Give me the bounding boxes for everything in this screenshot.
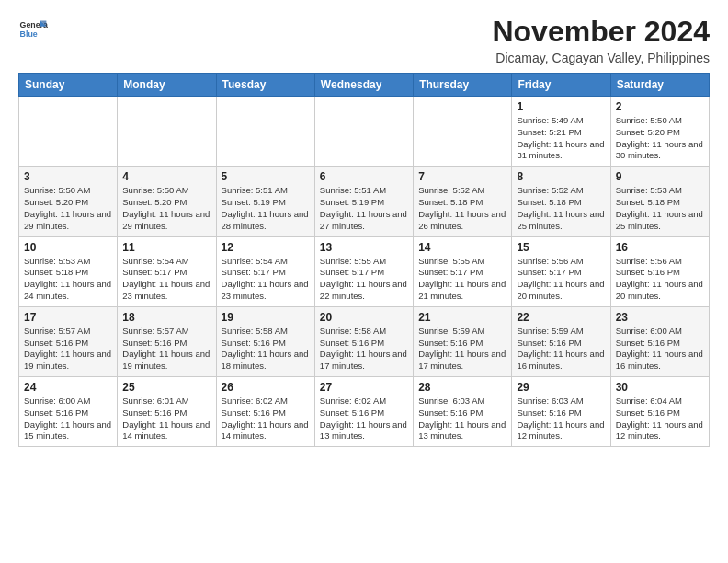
calendar-cell xyxy=(414,97,512,167)
col-header-sunday: Sunday xyxy=(19,74,118,97)
calendar-cell: 19Sunrise: 5:58 AM Sunset: 5:16 PM Dayli… xyxy=(216,306,314,376)
calendar-table: SundayMondayTuesdayWednesdayThursdayFrid… xyxy=(18,73,710,447)
calendar-cell: 22Sunrise: 5:59 AM Sunset: 5:16 PM Dayli… xyxy=(512,306,610,376)
day-number: 8 xyxy=(517,170,605,183)
calendar-cell xyxy=(118,97,216,167)
day-number: 9 xyxy=(616,170,704,183)
day-number: 19 xyxy=(222,311,310,324)
day-number: 25 xyxy=(122,381,210,394)
day-info: Sunrise: 5:57 AM Sunset: 5:16 PM Dayligh… xyxy=(122,326,210,373)
day-info: Sunrise: 5:51 AM Sunset: 5:19 PM Dayligh… xyxy=(222,185,310,232)
day-number: 24 xyxy=(24,381,112,394)
day-info: Sunrise: 5:55 AM Sunset: 5:17 PM Dayligh… xyxy=(418,256,506,303)
day-info: Sunrise: 5:59 AM Sunset: 5:16 PM Dayligh… xyxy=(517,326,605,373)
day-number: 16 xyxy=(616,241,704,254)
day-info: Sunrise: 6:00 AM Sunset: 5:16 PM Dayligh… xyxy=(616,326,704,373)
col-header-thursday: Thursday xyxy=(414,74,512,97)
day-info: Sunrise: 5:59 AM Sunset: 5:16 PM Dayligh… xyxy=(418,326,506,373)
calendar-cell: 17Sunrise: 5:57 AM Sunset: 5:16 PM Dayli… xyxy=(19,306,118,376)
day-number: 7 xyxy=(418,170,506,183)
day-info: Sunrise: 5:49 AM Sunset: 5:21 PM Dayligh… xyxy=(517,115,605,162)
day-info: Sunrise: 5:54 AM Sunset: 5:17 PM Dayligh… xyxy=(122,256,210,303)
calendar-cell: 30Sunrise: 6:04 AM Sunset: 5:16 PM Dayli… xyxy=(610,377,709,447)
calendar-cell xyxy=(19,97,118,167)
col-header-saturday: Saturday xyxy=(610,74,709,97)
day-info: Sunrise: 5:52 AM Sunset: 5:18 PM Dayligh… xyxy=(418,185,506,232)
calendar-week-1: 1Sunrise: 5:49 AM Sunset: 5:21 PM Daylig… xyxy=(19,97,710,167)
day-info: Sunrise: 6:04 AM Sunset: 5:16 PM Dayligh… xyxy=(616,396,704,442)
col-header-friday: Friday xyxy=(512,74,610,97)
page-header: General Blue November 2024 Dicamay, Caga… xyxy=(18,15,710,65)
day-number: 27 xyxy=(320,381,408,394)
calendar-cell: 24Sunrise: 6:00 AM Sunset: 5:16 PM Dayli… xyxy=(19,377,118,447)
day-number: 29 xyxy=(517,381,605,394)
day-number: 13 xyxy=(320,241,408,254)
day-number: 4 xyxy=(122,170,210,183)
calendar-cell: 4Sunrise: 5:50 AM Sunset: 5:20 PM Daylig… xyxy=(118,167,216,236)
day-info: Sunrise: 5:58 AM Sunset: 5:16 PM Dayligh… xyxy=(222,326,310,373)
day-info: Sunrise: 5:50 AM Sunset: 5:20 PM Dayligh… xyxy=(122,185,210,232)
calendar-week-3: 10Sunrise: 5:53 AM Sunset: 5:18 PM Dayli… xyxy=(19,236,710,306)
day-info: Sunrise: 5:54 AM Sunset: 5:17 PM Dayligh… xyxy=(222,256,310,303)
calendar-cell: 12Sunrise: 5:54 AM Sunset: 5:17 PM Dayli… xyxy=(216,236,314,306)
calendar-cell: 3Sunrise: 5:50 AM Sunset: 5:20 PM Daylig… xyxy=(19,167,118,236)
day-number: 17 xyxy=(24,311,112,324)
calendar-cell: 9Sunrise: 5:53 AM Sunset: 5:18 PM Daylig… xyxy=(610,167,709,236)
day-info: Sunrise: 5:53 AM Sunset: 5:18 PM Dayligh… xyxy=(616,185,704,232)
calendar-week-2: 3Sunrise: 5:50 AM Sunset: 5:20 PM Daylig… xyxy=(19,167,710,236)
calendar-cell: 13Sunrise: 5:55 AM Sunset: 5:17 PM Dayli… xyxy=(314,236,413,306)
calendar-cell xyxy=(314,97,413,167)
day-number: 20 xyxy=(320,311,408,324)
day-info: Sunrise: 5:51 AM Sunset: 5:19 PM Dayligh… xyxy=(320,185,408,232)
day-info: Sunrise: 5:58 AM Sunset: 5:16 PM Dayligh… xyxy=(320,326,408,373)
calendar-cell: 6Sunrise: 5:51 AM Sunset: 5:19 PM Daylig… xyxy=(314,167,413,236)
day-info: Sunrise: 6:01 AM Sunset: 5:16 PM Dayligh… xyxy=(122,396,210,442)
calendar-cell xyxy=(216,97,314,167)
day-number: 12 xyxy=(222,241,310,254)
day-number: 21 xyxy=(418,311,506,324)
col-header-tuesday: Tuesday xyxy=(216,74,314,97)
calendar-cell: 29Sunrise: 6:03 AM Sunset: 5:16 PM Dayli… xyxy=(512,377,610,447)
day-number: 26 xyxy=(222,381,310,394)
day-number: 2 xyxy=(616,100,704,113)
calendar-cell: 28Sunrise: 6:03 AM Sunset: 5:16 PM Dayli… xyxy=(414,377,512,447)
calendar-cell: 10Sunrise: 5:53 AM Sunset: 5:18 PM Dayli… xyxy=(19,236,118,306)
calendar-cell: 21Sunrise: 5:59 AM Sunset: 5:16 PM Dayli… xyxy=(414,306,512,376)
day-number: 18 xyxy=(122,311,210,324)
calendar-cell: 25Sunrise: 6:01 AM Sunset: 5:16 PM Dayli… xyxy=(118,377,216,447)
day-info: Sunrise: 5:55 AM Sunset: 5:17 PM Dayligh… xyxy=(320,256,408,303)
calendar-header-row: SundayMondayTuesdayWednesdayThursdayFrid… xyxy=(19,74,710,97)
day-info: Sunrise: 6:03 AM Sunset: 5:16 PM Dayligh… xyxy=(418,396,506,442)
calendar-cell: 11Sunrise: 5:54 AM Sunset: 5:17 PM Dayli… xyxy=(118,236,216,306)
col-header-wednesday: Wednesday xyxy=(314,74,413,97)
month-title: November 2024 xyxy=(492,15,710,49)
day-info: Sunrise: 6:03 AM Sunset: 5:16 PM Dayligh… xyxy=(517,396,605,442)
logo: General Blue xyxy=(18,15,48,44)
day-info: Sunrise: 6:00 AM Sunset: 5:16 PM Dayligh… xyxy=(24,396,112,442)
calendar-cell: 16Sunrise: 5:56 AM Sunset: 5:16 PM Dayli… xyxy=(610,236,709,306)
day-info: Sunrise: 5:52 AM Sunset: 5:18 PM Dayligh… xyxy=(517,185,605,232)
day-number: 11 xyxy=(122,241,210,254)
calendar-cell: 2Sunrise: 5:50 AM Sunset: 5:20 PM Daylig… xyxy=(610,97,709,167)
calendar-cell: 15Sunrise: 5:56 AM Sunset: 5:17 PM Dayli… xyxy=(512,236,610,306)
day-number: 28 xyxy=(418,381,506,394)
day-info: Sunrise: 5:50 AM Sunset: 5:20 PM Dayligh… xyxy=(616,115,704,162)
calendar-cell: 1Sunrise: 5:49 AM Sunset: 5:21 PM Daylig… xyxy=(512,97,610,167)
calendar-cell: 14Sunrise: 5:55 AM Sunset: 5:17 PM Dayli… xyxy=(414,236,512,306)
svg-text:Blue: Blue xyxy=(20,29,38,39)
day-number: 3 xyxy=(24,170,112,183)
day-number: 23 xyxy=(616,311,704,324)
calendar-cell: 20Sunrise: 5:58 AM Sunset: 5:16 PM Dayli… xyxy=(314,306,413,376)
day-info: Sunrise: 6:02 AM Sunset: 5:16 PM Dayligh… xyxy=(320,396,408,442)
day-info: Sunrise: 5:56 AM Sunset: 5:17 PM Dayligh… xyxy=(517,256,605,303)
calendar-cell: 23Sunrise: 6:00 AM Sunset: 5:16 PM Dayli… xyxy=(610,306,709,376)
day-info: Sunrise: 5:53 AM Sunset: 5:18 PM Dayligh… xyxy=(24,256,112,303)
calendar-week-4: 17Sunrise: 5:57 AM Sunset: 5:16 PM Dayli… xyxy=(19,306,710,376)
col-header-monday: Monday xyxy=(118,74,216,97)
calendar-cell: 5Sunrise: 5:51 AM Sunset: 5:19 PM Daylig… xyxy=(216,167,314,236)
day-number: 30 xyxy=(616,381,704,394)
title-block: November 2024 Dicamay, Cagayan Valley, P… xyxy=(492,15,710,65)
calendar-cell: 7Sunrise: 5:52 AM Sunset: 5:18 PM Daylig… xyxy=(414,167,512,236)
day-number: 10 xyxy=(24,241,112,254)
calendar-cell: 8Sunrise: 5:52 AM Sunset: 5:18 PM Daylig… xyxy=(512,167,610,236)
